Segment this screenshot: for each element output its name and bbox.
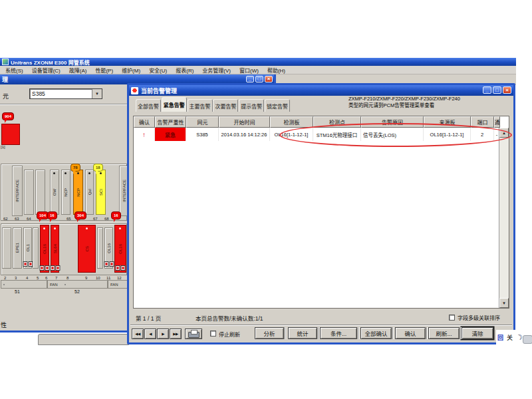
status-icon xyxy=(55,265,60,271)
background-window-fragment[interactable] xyxy=(38,334,129,345)
card-empty-slot[interactable] xyxy=(24,170,34,215)
card-EPE1[interactable]: EPE1 xyxy=(13,227,22,269)
card-OL16[interactable]: OL16 xyxy=(104,227,113,269)
toolbar-statistics-button[interactable]: 统计 xyxy=(288,327,317,339)
slot-number: 65 xyxy=(66,217,71,221)
tab-minor[interactable]: 次要告警 xyxy=(213,99,238,112)
toolbar-condition-button[interactable]: 条件... xyxy=(320,327,357,339)
menu-item-performance[interactable]: 性能(P) xyxy=(95,66,113,74)
alarm-dialog-buttons: _ □ × xyxy=(483,86,511,94)
menu-item-service-mgmt[interactable]: 业务管理(V) xyxy=(202,66,231,74)
menu-item-security[interactable]: 安全(U) xyxy=(149,66,167,74)
tray-icon-1[interactable]: 关 xyxy=(507,333,513,342)
card-OL16[interactable]: OL16 xyxy=(114,225,126,273)
tray-icon-0[interactable]: 回 xyxy=(497,333,503,342)
minimize-button[interactable]: _ xyxy=(246,76,254,82)
card-OL16[interactable]: OL16 xyxy=(40,225,49,273)
chevron-down-icon[interactable]: ▼ xyxy=(92,89,102,98)
app-icon xyxy=(2,59,9,65)
ne-label: 元 xyxy=(3,92,9,100)
tab-prompt[interactable]: 提示告警 xyxy=(239,99,264,112)
menu-item-report[interactable]: 报表(R) xyxy=(176,66,194,74)
pcm-notice-line1: ZXMP-F210/ZXMP-F220/ZXMP-F230/ZXMP-F240 xyxy=(348,96,511,102)
column-header-start-time[interactable]: 开始时间 xyxy=(219,116,270,128)
maximize-button[interactable]: □ xyxy=(255,76,263,82)
card-SL64[interactable]: SL64 xyxy=(51,225,59,273)
slot-number: 8 xyxy=(66,276,68,280)
card-empty-slot[interactable] xyxy=(35,170,45,215)
tab-locked[interactable]: 锁定告警 xyxy=(265,99,290,112)
card-empty-slot[interactable] xyxy=(2,227,11,269)
slot-number: 4 xyxy=(26,276,28,280)
last-page-button[interactable]: ▶▶ xyxy=(170,329,182,339)
alarm-dialog: 当前告警管理 _ □ × 全部告警紧急告警主要告警次要告警提示告警锁定告警 ZX… xyxy=(127,83,515,344)
tray-blob-icon xyxy=(523,335,532,344)
status-icon xyxy=(40,265,45,271)
fan-section xyxy=(1,280,47,289)
card-OW[interactable]: OW xyxy=(50,170,59,215)
tab-critical[interactable]: 紧急告警 xyxy=(162,97,187,112)
toolbar-separator xyxy=(285,327,286,339)
menu-item-maintenance[interactable]: 维护(M) xyxy=(122,66,140,74)
ne-selector-combobox[interactable]: S385 ▼ xyxy=(29,88,102,99)
first-page-button[interactable]: ◀◀ xyxy=(132,329,144,339)
prev-page-button[interactable]: ◀ xyxy=(144,329,156,339)
shelf-number: 52 xyxy=(74,289,80,294)
card-NCP[interactable]: NCP xyxy=(61,170,70,215)
menu-item-system[interactable]: 系统(S) xyxy=(5,66,23,74)
card-NCP[interactable]: NCP xyxy=(73,170,83,215)
fan-led xyxy=(3,284,5,285)
menu-item-fault[interactable]: 故障(A) xyxy=(69,66,87,74)
card-CS[interactable]: CS xyxy=(78,225,96,273)
column-header-severity[interactable]: 告警严重性 xyxy=(155,116,186,128)
maximize-button[interactable]: □ xyxy=(493,86,501,94)
alarm-tab-strip: 全部告警紧急告警主要告警次要告警提示告警锁定告警 xyxy=(129,97,348,113)
alarm-dialog-titlebar[interactable]: 当前告警管理 _ □ × xyxy=(129,85,513,96)
status-icon xyxy=(121,265,126,271)
card-empty-slot[interactable] xyxy=(97,227,103,269)
next-page-button[interactable]: ▶ xyxy=(157,329,169,339)
card-SCI[interactable]: SCI xyxy=(96,170,106,215)
menu-item-device-mgmt[interactable]: 设备管理(C) xyxy=(32,66,61,74)
card-tag: [1] xyxy=(1,145,5,149)
tab-major[interactable]: 主要告警 xyxy=(188,99,213,112)
cell-ne: S385 xyxy=(186,128,219,141)
close-icon[interactable]: × xyxy=(265,76,273,82)
app-titlebar[interactable]: Unitrans ZXONM E300 网管系统 xyxy=(0,58,516,66)
toolbar-refresh-button[interactable]: 刷新... xyxy=(428,327,460,339)
toolbar-analyze-button[interactable]: 分析 xyxy=(255,327,284,339)
card-ne[interactable] xyxy=(1,124,20,145)
card-OL1[interactable]: OL1 xyxy=(23,227,32,269)
slot-number: 10 xyxy=(96,276,100,280)
column-header-channel[interactable]: 通 xyxy=(494,116,500,128)
tab-all[interactable]: 全部告警 xyxy=(136,99,161,112)
status-icon xyxy=(109,261,114,267)
multi-sort-checkbox[interactable] xyxy=(449,315,455,321)
alarm-balloon: 16 xyxy=(47,211,57,219)
card-label: INTERFACE xyxy=(15,180,19,202)
toolbar-ack-all-button[interactable]: 全部确认 xyxy=(360,327,392,339)
toolbar-clear-button[interactable]: 清除 xyxy=(462,327,493,339)
card-INTERFACE[interactable]: INTERFACE xyxy=(12,166,23,216)
stop-refresh-checkbox[interactable] xyxy=(210,331,216,336)
card-empty-slot[interactable] xyxy=(33,227,39,269)
menu-item-help[interactable]: 帮助(H) xyxy=(267,66,285,74)
fan-led xyxy=(65,284,66,285)
led-icon xyxy=(86,227,88,229)
toolbar-separator xyxy=(358,327,359,339)
minimize-button[interactable]: _ xyxy=(483,86,491,94)
toolbar-ack-button[interactable]: 确认 xyxy=(395,327,426,339)
card-QxI[interactable]: QxI xyxy=(85,170,94,215)
column-header-detect-board[interactable]: 检测板 xyxy=(270,116,313,128)
alarm-balloon: 78 xyxy=(70,164,80,172)
column-header-ack[interactable]: 确认 xyxy=(134,116,155,128)
alarm-dialog-title: 当前告警管理 xyxy=(141,86,177,95)
close-icon[interactable]: × xyxy=(503,86,511,94)
print-button[interactable] xyxy=(185,329,202,339)
scroll-down-icon[interactable]: ▼ xyxy=(499,298,509,308)
table-scrollbar[interactable]: ▲ ▼ xyxy=(499,128,509,308)
column-header-ne[interactable]: 网元 xyxy=(186,116,219,128)
status-icon xyxy=(104,261,108,267)
menu-item-window[interactable]: 窗口(W) xyxy=(239,66,259,74)
slot-number: 11 xyxy=(106,276,110,280)
